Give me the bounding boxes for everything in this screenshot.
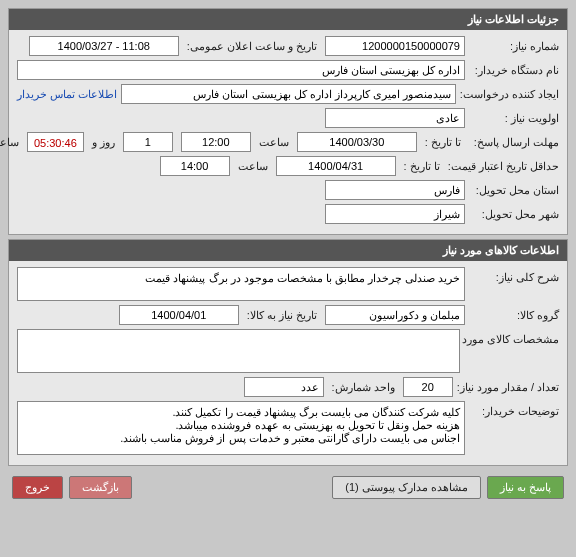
public-date-label: تاریخ و ساعت اعلان عمومی: (183, 40, 321, 53)
requester-label: ایجاد کننده درخواست: (460, 88, 559, 101)
spec-field[interactable] (17, 329, 460, 373)
general-desc-field[interactable] (17, 267, 465, 301)
priority-field[interactable] (325, 108, 465, 128)
quantity-field[interactable] (403, 377, 453, 397)
need-details-body: شماره نیاز: تاریخ و ساعت اعلان عمومی: نا… (9, 30, 567, 234)
spec-label: مشخصات کالای مورد نیاز: (464, 329, 559, 346)
priority-label: اولویت نیاز : (469, 112, 559, 125)
goods-group-field[interactable] (325, 305, 465, 325)
buyer-org-label: نام دستگاه خریدار: (469, 64, 559, 77)
deadline-time-label: ساعت (255, 136, 293, 149)
delivery-city-field[interactable] (325, 204, 465, 224)
contact-buyer-link[interactable]: اطلاعات تماس خریدار (17, 88, 117, 101)
min-valid-time-label: ساعت (234, 160, 272, 173)
buyer-org-field[interactable] (17, 60, 465, 80)
min-valid-date-field[interactable] (276, 156, 396, 176)
need-details-header: جزئیات اطلاعات نیاز (9, 9, 567, 30)
goods-info-body: شرح کلی نیاز: گروه کالا: تاریخ نیاز به ک… (9, 261, 567, 465)
unit-label: واحد شمارش: (328, 381, 399, 394)
exit-button[interactable]: خروج (12, 476, 63, 499)
requester-field[interactable] (121, 84, 456, 104)
deadline-date-field[interactable] (297, 132, 417, 152)
day-unit-label: روز و (88, 136, 119, 149)
deadline-label: مهلت ارسال پاسخ: (469, 136, 559, 149)
quantity-label: تعداد / مقدار مورد نیاز: (457, 381, 559, 394)
buyer-notes-field[interactable] (17, 401, 465, 455)
respond-button[interactable]: پاسخ به نیاز (487, 476, 564, 499)
attachments-button[interactable]: مشاهده مدارک پیوستی (1) (332, 476, 481, 499)
footer-bar: پاسخ به نیاز مشاهده مدارک پیوستی (1) باز… (8, 470, 568, 505)
unit-field[interactable] (244, 377, 324, 397)
back-button[interactable]: بازگشت (69, 476, 132, 499)
goods-info-header: اطلاعات کالاهای مورد نیاز (9, 240, 567, 261)
min-valid-label: حداقل تاریخ اعتبار قیمت: (448, 160, 559, 173)
public-date-field[interactable] (29, 36, 179, 56)
need-number-field[interactable] (325, 36, 465, 56)
general-desc-label: شرح کلی نیاز: (469, 267, 559, 284)
deadline-time-field[interactable] (181, 132, 251, 152)
to-date-label: تا تاریخ : (421, 136, 465, 149)
min-valid-time-field[interactable] (160, 156, 230, 176)
need-by-date-field[interactable] (119, 305, 239, 325)
need-details-panel: جزئیات اطلاعات نیاز شماره نیاز: تاریخ و … (8, 8, 568, 235)
delivery-province-field[interactable] (325, 180, 465, 200)
goods-group-label: گروه کالا: (469, 309, 559, 322)
days-remaining-field (123, 132, 173, 152)
need-by-label: تاریخ نیاز به کالا: (243, 309, 321, 322)
countdown-timer: 05:30:46 (27, 132, 84, 152)
min-valid-to-label: تا تاریخ : (400, 160, 444, 173)
goods-info-panel: اطلاعات کالاهای مورد نیاز شرح کلی نیاز: … (8, 239, 568, 466)
delivery-province-label: استان محل تحویل: (469, 184, 559, 197)
buyer-notes-label: توضیحات خریدار: (469, 401, 559, 418)
delivery-city-label: شهر محل تحویل: (469, 208, 559, 221)
need-number-label: شماره نیاز: (469, 40, 559, 53)
remain-label: ساعت باقی مانده (0, 136, 23, 149)
